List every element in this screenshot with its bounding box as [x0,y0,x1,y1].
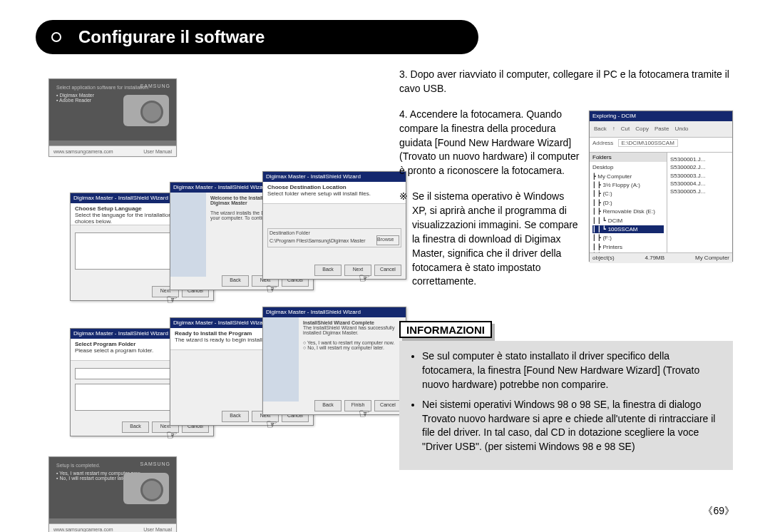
wizard-row-2: Digimax Master - InstallShield Wizard Se… [48,307,362,435]
file-item[interactable]: S5300001.J... [670,155,729,163]
info-body: Se sul computer è stato installato il dr… [399,341,733,470]
explorer-toolbar: Back ↑ Cut Copy Paste Undo [590,121,732,138]
wizard-footer: Back Next Cancel [314,265,401,276]
brand-label: SAMSUNG [140,461,170,466]
tree-item[interactable]: ┃ ┣ Removable Disk (E:) [592,208,664,215]
folder-tree[interactable]: Folders Desktop ┣ My Computer ┃ ┣ 3½ Flo… [590,153,667,252]
back-button[interactable]: Back [222,411,249,422]
toolbar-up[interactable]: ↑ [612,125,615,133]
cancel-button[interactable]: Cancel [374,265,401,276]
info-section: INFORMAZIONI Se sul computer è stato ins… [399,321,733,470]
address-label: Address [592,140,613,146]
camera-icon [123,473,169,504]
page-title-bar: Configurare il software [36,16,478,58]
status-size: 4.79MB [645,253,665,263]
status-objects: object(s) [592,253,615,263]
installer-screenshot-2: SAMSUNG Setup is completed. ▪ Yes, I wan… [48,456,177,532]
installer-url: www.samsungcamera.com [53,149,113,154]
toolbar-cut[interactable]: Cut [621,125,630,133]
wizard-footer: Back Finish Cancel [314,400,401,411]
cursor-icon [266,416,276,429]
installer-user-manual: User Manual [143,149,172,154]
camera-lens-icon [140,479,163,501]
wizard-dest-sub: Select folder where setup will install f… [267,190,371,197]
cancel-button[interactable]: Cancel [374,400,401,411]
wizard-sidebar-graphic [263,317,299,401]
tree-item[interactable]: ┣ My Computer [592,173,664,180]
wizard-body: InstallShield Wizard Complete The Instal… [263,317,406,401]
wizard-dest-header: Choose Destination Location [267,184,346,190]
toolbar-undo[interactable]: Undo [674,125,688,133]
file-item[interactable]: S5300003.J... [670,172,729,180]
installer-dark-panel: SAMSUNG Setup is completed. ▪ Yes, I wan… [49,457,176,518]
dest-path: C:\Program Files\Samsung\Digimax Master [270,238,366,243]
installer-item-2: Adobe Reader [59,98,91,103]
back-button[interactable]: Back [222,275,249,287]
file-item[interactable]: S5300002.J... [670,163,729,171]
tree-item[interactable]: ┃ ┣ Dial-Up Networking [592,252,664,252]
brand-label: SAMSUNG [140,83,170,88]
info-heading: INFORMAZIONI [399,321,492,338]
installer-dark-panel: SAMSUNG Select application software for … [49,79,176,140]
page-title: Configurare il software [78,27,265,47]
toolbar-copy[interactable]: Copy [635,125,649,133]
windows-explorer-screenshot: Exploring - DCIM Back ↑ Cut Copy Paste U… [589,111,733,262]
note-text: Se il sistema operativo è Windows XP, si… [412,190,581,289]
wizard-ready-sub: The wizard is ready to begin installatio… [175,337,276,343]
installer-footer: www.samsungcamera.com User Manual [49,523,176,532]
step-3-text: 3. Dopo aver riavviato il computer, coll… [399,68,733,96]
tree-item[interactable]: Desktop [592,163,664,171]
tree-item[interactable]: ┃ ┣ 3½ Floppy (A:) [592,181,664,189]
wizard-ready-header: Ready to Install the Program [175,330,252,337]
explorer-status-bar: object(s) 4.79MB My Computer [590,252,732,263]
installer-footer: www.samsungcamera.com User Manual [49,145,176,156]
cursor-icon [359,270,369,283]
tree-item[interactable]: ┃ ┣ Printers [592,243,664,251]
tree-header: Folders [590,153,667,162]
explorer-address-bar[interactable]: Address E:\DCIM\100SSCAM [590,138,732,153]
back-button[interactable]: Back [314,265,342,276]
wizard-folder-header: Select Program Folder [75,341,135,347]
address-path[interactable]: E:\DCIM\100SSCAM [618,139,678,147]
info-item-2: Nei sistemi operativi Windows 98 o 98 SE… [422,398,722,455]
tree-item-selected[interactable]: ┃ ┃ ┗ 100SSCAM [592,225,664,233]
cursor-icon [166,427,176,440]
file-item[interactable]: S5300004.J... [670,180,729,188]
back-button[interactable]: Back [314,400,342,411]
file-item[interactable]: S5300005.J... [670,188,729,195]
wizard-destination: Digimax Master - InstallShield Wizard Ch… [262,171,406,280]
status-location: My Computer [695,253,729,263]
installer-item-1: Digimax Master [59,93,94,98]
installer-item-b2: No, I will restart computer later. [59,476,128,481]
wizard-row-1: Digimax Master - InstallShield Wizard Ch… [48,171,362,300]
cursor-icon [266,281,276,294]
tree-item[interactable]: ┃ ┣ (F:) [592,234,664,242]
page-number: 《69》 [703,505,734,518]
wizard-sidebar-graphic [170,193,206,277]
explorer-body: Folders Desktop ┣ My Computer ┃ ┣ 3½ Flo… [590,153,732,252]
toolbar-back[interactable]: Back [594,125,607,133]
tree-item[interactable]: ┃ ┣ (D:) [592,199,664,207]
info-item-1: Se sul computer è stato installato il dr… [422,349,722,392]
tree-item[interactable]: ┃ ┃ ┗ DCIM [592,217,664,225]
wizard-titlebar: Digimax Master - InstallShield Wizard [263,172,406,182]
page-title-pill: Configurare il software [36,20,478,54]
browse-button[interactable]: Browse [376,235,399,245]
wizard-header: Choose Destination Location Select folde… [263,182,406,204]
right-text-column: 3. Dopo aver riavviato il computer, coll… [399,68,733,300]
installer-url: www.samsungcamera.com [53,527,113,532]
installer-user-manual: User Manual [143,527,172,532]
camera-lens-icon [140,101,163,123]
wizard-body: Destination Folder C:\Program Files\Sams… [263,204,406,267]
dest-folder-label: Destination Folder [270,230,399,235]
toolbar-paste[interactable]: Paste [654,125,669,133]
wizard-complete: Digimax Master - InstallShield Wizard In… [262,307,406,415]
file-list[interactable]: S5300001.J... S5300002.J... S5300003.J..… [667,153,732,252]
tree-item[interactable]: ┃ ┣ (C:) [592,190,664,198]
radio-restart-now[interactable]: Yes, I want to restart my computer now. [307,340,394,345]
wizard-complete-sub: The InstallShield Wizard has successfull… [303,325,394,335]
wizard-lang-header: Choose Setup Language [75,205,142,212]
back-button[interactable]: Back [122,421,149,433]
radio-restart-later[interactable]: No, I will restart my computer later. [307,345,384,350]
step-4-text: 4. Accendere la fotocamera. Quando compa… [399,108,581,178]
